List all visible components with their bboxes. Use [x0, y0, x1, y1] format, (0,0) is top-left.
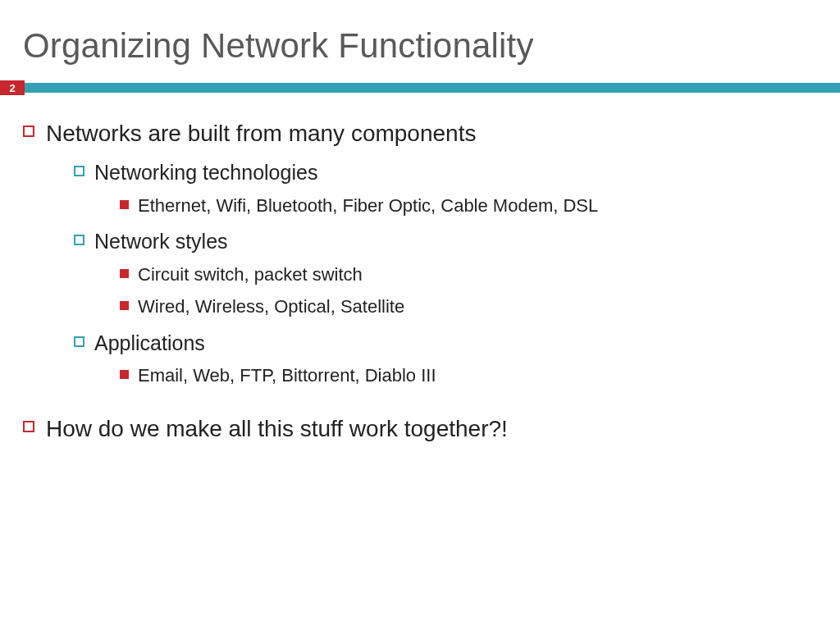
bullet-text: How do we make all this stuff work toget… [46, 413, 508, 445]
slide-content: Networks are built from many components … [0, 95, 840, 445]
divider-bar [25, 83, 840, 93]
square-outline-teal-icon [74, 235, 84, 245]
bullet-level3: Email, Web, FTP, Bittorrent, Diablo III [120, 363, 807, 389]
bullet-level2: Applications [74, 330, 807, 358]
square-outline-teal-icon [74, 336, 84, 347]
slide-title: Organizing Network Functionality [0, 0, 840, 66]
bullet-text: Network styles [94, 228, 228, 256]
bullet-level2: Networking technologies [74, 159, 807, 187]
bullet-text: Applications [94, 330, 205, 358]
bullet-level1: How do we make all this stuff work toget… [23, 413, 807, 445]
bullet-level3: Ethernet, Wifi, Bluetooth, Fiber Optic, … [120, 194, 807, 219]
square-outline-teal-icon [74, 166, 84, 176]
bullet-text: Ethernet, Wifi, Bluetooth, Fiber Optic, … [138, 194, 598, 219]
square-outline-red-icon [23, 421, 34, 432]
square-solid-red-icon [120, 200, 129, 209]
bullet-level3: Wired, Wireless, Optical, Satellite [120, 294, 807, 320]
bullet-text: Networking technologies [94, 159, 317, 187]
square-solid-red-icon [120, 269, 129, 278]
spacer [23, 390, 807, 413]
page-number-badge: 2 [0, 80, 25, 95]
bullet-text: Circuit switch, packet switch [138, 262, 363, 288]
square-outline-red-icon [23, 126, 34, 137]
bullet-text: Networks are built from many components [46, 118, 476, 149]
bullet-text: Email, Web, FTP, Bittorrent, Diablo III [138, 363, 436, 389]
bullet-text: Wired, Wireless, Optical, Satellite [138, 294, 404, 320]
bullet-level3: Circuit switch, packet switch [120, 262, 807, 288]
bullet-level1: Networks are built from many components [23, 118, 807, 149]
square-solid-red-icon [120, 301, 129, 310]
divider-row: 2 [0, 80, 840, 95]
square-solid-red-icon [120, 370, 129, 379]
bullet-level2: Network styles [74, 228, 807, 256]
